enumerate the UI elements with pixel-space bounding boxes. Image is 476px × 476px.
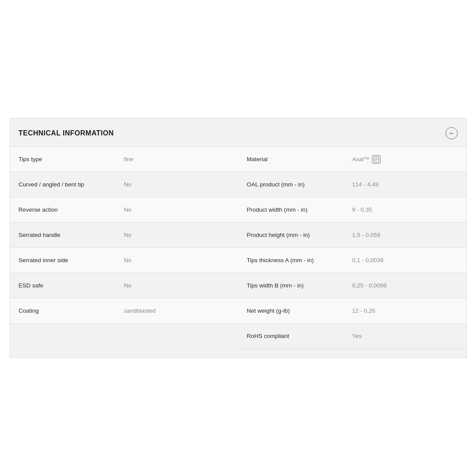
spec-label: Tips width B (mm - in) <box>247 282 352 289</box>
spec-label: Tips type <box>19 156 124 162</box>
right-column: MaterialAxal™ OAL product (mm - in)114 -… <box>238 147 466 349</box>
spec-label: RoHS compliant <box>247 333 352 339</box>
left-column: Tips typefineCurved / angled / bent tipN… <box>10 147 238 349</box>
right-spec-row: RoHS compliantYes <box>238 324 466 349</box>
spec-value: No <box>124 206 230 213</box>
section-title: TECHNICAL INFORMATION <box>19 129 114 137</box>
spec-value: 114 - 4,48 <box>352 181 458 188</box>
left-spec-row: Serrated handleNo <box>10 223 238 248</box>
pdf-icon[interactable] <box>372 155 381 164</box>
left-spec-row: Curved / angled / bent tipNo <box>10 172 238 197</box>
spec-label: Material <box>247 156 352 162</box>
spec-value: 0,25 - 0,0098 <box>352 282 458 289</box>
spec-value: 0,1 - 0,0039 <box>352 257 458 263</box>
left-spec-row: Tips typefine <box>10 147 238 172</box>
spec-value: 9 - 0,35 <box>352 206 458 213</box>
left-spec-row: Serrated inner sideNo <box>10 248 238 273</box>
spec-value: sandblasted <box>124 307 230 314</box>
right-spec-row: OAL product (mm - in)114 - 4,48 <box>238 172 466 197</box>
spec-value: No <box>124 257 230 263</box>
page-wrapper: TECHNICAL INFORMATION − Tips typefineCur… <box>0 0 476 476</box>
spec-label: Net weight (g-lb) <box>247 307 352 314</box>
tech-grid: Tips typefineCurved / angled / bent tipN… <box>10 147 466 349</box>
spec-value: Axal™ <box>352 155 458 164</box>
left-spec-row: Coatingsandblasted <box>10 298 238 324</box>
right-spec-row: MaterialAxal™ <box>238 147 466 172</box>
spec-value: No <box>124 181 230 188</box>
spec-label: Tips thickness A (mm - in) <box>247 257 352 263</box>
right-spec-row: Product width (mm - in)9 - 0,35 <box>238 197 466 223</box>
spec-value: No <box>124 282 230 289</box>
collapse-button[interactable]: − <box>446 127 458 139</box>
material-text: Axal™ <box>352 156 370 162</box>
spec-value: fine <box>124 156 230 162</box>
tech-header: TECHNICAL INFORMATION − <box>10 118 466 147</box>
spec-label: Coating <box>19 307 124 314</box>
spec-value: 12 - 0,26 <box>352 307 458 314</box>
right-spec-row: Product height (mm - in)1,5 - 0,059 <box>238 223 466 248</box>
spec-label: Reverse action <box>19 206 124 213</box>
spec-label: Serrated handle <box>19 232 124 238</box>
spec-label: Product height (mm - in) <box>247 232 352 238</box>
right-spec-row: Tips thickness A (mm - in)0,1 - 0,0039 <box>238 248 466 273</box>
left-spec-row: Reverse actionNo <box>10 197 238 223</box>
spec-label: ESD safe <box>19 282 124 289</box>
left-spec-row: ESD safeNo <box>10 273 238 298</box>
tech-section: TECHNICAL INFORMATION − Tips typefineCur… <box>10 118 467 358</box>
spec-value: Yes <box>352 333 458 339</box>
right-spec-row: Tips width B (mm - in)0,25 - 0,0098 <box>238 273 466 298</box>
spec-value: No <box>124 232 230 238</box>
spec-label: Curved / angled / bent tip <box>19 181 124 188</box>
spec-label: OAL product (mm - in) <box>247 181 352 188</box>
spec-value: 1,5 - 0,059 <box>352 232 458 238</box>
spec-label: Product width (mm - in) <box>247 206 352 213</box>
right-spec-row: Net weight (g-lb)12 - 0,26 <box>238 298 466 324</box>
spec-label: Serrated inner side <box>19 257 124 263</box>
